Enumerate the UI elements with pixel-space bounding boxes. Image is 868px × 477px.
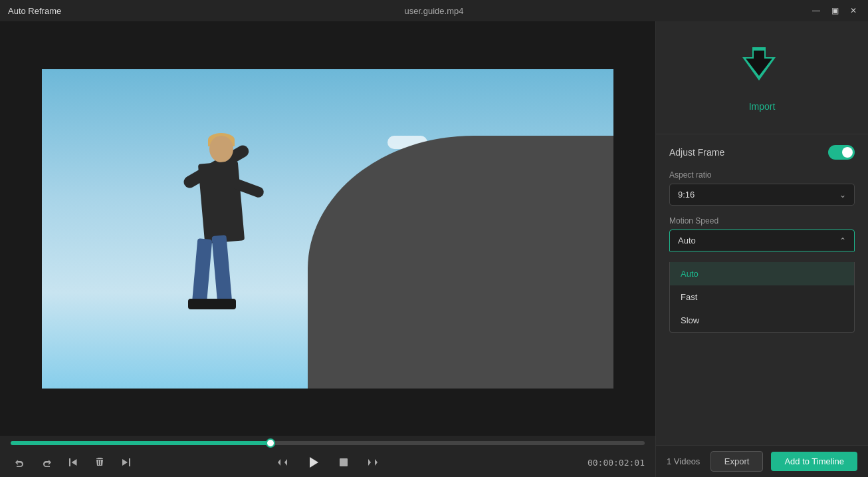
delete-button[interactable] (90, 453, 109, 472)
aspect-ratio-select[interactable]: 9:16 ⌄ (669, 184, 855, 206)
trash-icon (94, 457, 105, 468)
video-container (0, 21, 655, 436)
video-frame (42, 69, 613, 389)
main-content: 00:00:02:01 Import (0, 21, 868, 477)
play-icon (306, 456, 320, 469)
progress-handle[interactable] (266, 438, 275, 448)
minimize-button[interactable]: — (810, 4, 823, 17)
undo-icon (15, 457, 25, 468)
adjust-frame-section: Adjust Frame Aspect ratio 9:16 ⌄ Motion … (656, 134, 868, 445)
person-figure (175, 122, 268, 335)
window-controls: — ▣ ✕ (810, 4, 860, 17)
import-label: Import (749, 101, 776, 112)
person-leg-right (211, 235, 232, 306)
import-icon (739, 44, 779, 84)
svg-marker-0 (310, 457, 318, 468)
skip-back-button[interactable] (64, 453, 82, 472)
progress-fill (11, 441, 271, 445)
step-back-icon (277, 457, 288, 468)
adjust-frame-toggle[interactable] (828, 145, 855, 160)
toggle-knob (842, 147, 853, 158)
skip-back-icon (68, 457, 78, 468)
bottom-bar: 1 Videos Export Add to Timeline (656, 445, 868, 477)
controls-row: 00:00:02:01 (11, 450, 645, 474)
person-head (209, 136, 233, 162)
person-body (198, 160, 245, 243)
motion-speed-value: Auto (678, 236, 696, 245)
person-leg-left (192, 238, 213, 306)
import-section: Import (656, 21, 868, 134)
app-title: Auto Reframe (8, 6, 61, 16)
skip-forward-button[interactable] (117, 453, 136, 472)
aspect-ratio-label: Aspect ratio (669, 170, 855, 180)
person-shoe-right (209, 299, 236, 309)
import-arrow-svg (739, 44, 779, 84)
video-controls: 00:00:02:01 (0, 436, 655, 477)
adjust-frame-title: Adjust Frame (669, 147, 724, 158)
progress-bar[interactable] (11, 441, 645, 445)
controls-center (273, 452, 382, 473)
controls-left (11, 453, 136, 472)
close-button[interactable]: ✕ (847, 4, 860, 17)
step-back-button[interactable] (273, 453, 292, 472)
motion-speed-select[interactable]: Auto ⌃ (669, 230, 855, 251)
stop-button[interactable] (334, 453, 353, 472)
export-button[interactable]: Export (710, 451, 764, 472)
add-to-timeline-button[interactable]: Add to Timeline (771, 452, 857, 471)
redo-button[interactable] (37, 453, 56, 472)
aspect-ratio-chevron: ⌄ (839, 190, 846, 200)
video-panel: 00:00:02:01 (0, 21, 655, 477)
skip-forward-icon (121, 457, 132, 468)
title-bar: Auto Reframe user.guide.mp4 — ▣ ✕ (0, 0, 868, 21)
videos-count: 1 Videos (667, 456, 700, 466)
svg-rect-1 (340, 458, 348, 466)
maximize-button[interactable]: ▣ (828, 4, 841, 17)
undo-button[interactable] (11, 453, 29, 472)
time-display: 00:00:02:01 (588, 458, 645, 468)
aspect-ratio-value: 9:16 (678, 190, 695, 200)
step-forward-button[interactable] (364, 453, 382, 472)
svg-marker-3 (746, 51, 772, 76)
section-header: Adjust Frame (669, 145, 855, 160)
file-name: user.guide.mp4 (405, 6, 464, 16)
import-icon-container (739, 44, 786, 90)
dropdown-item-fast[interactable]: Fast (670, 285, 854, 309)
stop-icon (338, 457, 349, 468)
redo-icon (41, 457, 52, 468)
motion-speed-label: Motion Speed (669, 216, 855, 226)
step-forward-icon (368, 457, 378, 468)
motion-speed-dropdown: Auto Fast Slow (669, 262, 855, 333)
dropdown-item-auto[interactable]: Auto (670, 262, 854, 285)
right-panel: Import Adjust Frame Aspect ratio 9:16 ⌄ … (655, 21, 868, 477)
play-button[interactable] (302, 452, 324, 473)
motion-speed-chevron: ⌃ (839, 236, 846, 245)
dropdown-item-slow[interactable]: Slow (670, 309, 854, 332)
